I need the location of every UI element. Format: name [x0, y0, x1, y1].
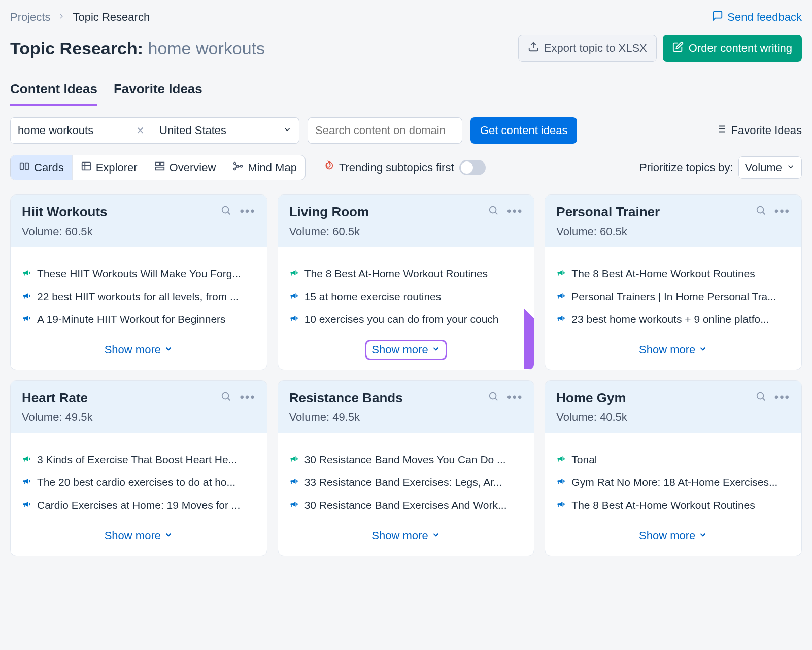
card-volume: Volume: 60.5k [556, 225, 660, 238]
svg-rect-7 [20, 163, 23, 170]
show-more-button[interactable]: Show more [99, 341, 178, 359]
domain-search-input[interactable] [308, 117, 462, 144]
megaphone-icon [556, 476, 566, 489]
cards-icon [19, 160, 30, 175]
send-feedback-link[interactable]: Send feedback [712, 10, 802, 24]
svg-line-24 [763, 212, 765, 214]
show-more-button[interactable]: Show more [99, 527, 178, 544]
show-more-button[interactable]: Show more [366, 527, 445, 544]
more-icon[interactable]: ••• [507, 204, 523, 218]
chat-icon [712, 10, 723, 24]
country-select[interactable]: United States [152, 117, 299, 144]
headline-item[interactable]: The 8 Best At-Home Workout Routines [289, 268, 523, 280]
svg-point-29 [757, 392, 763, 399]
svg-rect-8 [25, 163, 28, 170]
more-icon[interactable]: ••• [774, 390, 790, 404]
more-icon[interactable]: ••• [240, 204, 255, 218]
search-icon[interactable] [755, 391, 766, 404]
view-switch: Cards Explorer Overview Mind Map [10, 155, 306, 180]
view-mindmap[interactable]: Mind Map [224, 155, 305, 180]
headline-item[interactable]: Tonal [556, 453, 790, 466]
headline-item[interactable]: 30 Resistance Band Exercises And Work... [289, 499, 523, 512]
tab-favorite-ideas[interactable]: Favorite Ideas [114, 81, 202, 106]
svg-rect-13 [160, 162, 164, 166]
favorite-ideas-link[interactable]: Favorite Ideas [715, 123, 802, 138]
show-more-button[interactable]: Show more [366, 341, 445, 359]
headline-item[interactable]: The 8 Best At-Home Workout Routines [556, 499, 790, 512]
search-icon[interactable] [488, 205, 499, 218]
headline-item[interactable]: 15 at home exercise routines [289, 290, 523, 303]
headline-item[interactable]: 10 exercises you can do from your couch [289, 313, 523, 326]
breadcrumb-root[interactable]: Projects [10, 11, 50, 24]
order-content-button[interactable]: Order content writing [663, 35, 802, 62]
mindmap-icon [232, 160, 244, 175]
chevron-down-icon [698, 529, 707, 542]
svg-line-20 [228, 212, 230, 214]
card-volume: Volume: 40.5k [556, 411, 627, 424]
headline-item[interactable]: The 8 Best At-Home Workout Routines [556, 268, 790, 280]
headline-item[interactable]: 23 best home workouts + 9 online platfo.… [556, 313, 790, 326]
headline-item[interactable]: 33 Resistance Band Exercises: Legs, Ar..… [289, 476, 523, 489]
prioritize-label: Prioritize topics by: [639, 161, 733, 174]
headline-item[interactable]: 3 Kinds of Exercise That Boost Heart He.… [22, 453, 256, 466]
megaphone-icon [556, 268, 566, 280]
search-icon[interactable] [220, 205, 231, 218]
edit-icon [672, 41, 684, 55]
card-volume: Volume: 60.5k [289, 225, 369, 238]
upload-icon [528, 41, 539, 55]
topic-card: Personal Trainer Volume: 60.5k ••• The 8… [545, 194, 802, 370]
topic-card: Hiit Workouts Volume: 60.5k ••• These HI… [10, 194, 267, 370]
search-icon[interactable] [755, 205, 766, 218]
search-icon[interactable] [488, 391, 499, 404]
card-title: Personal Trainer [556, 204, 660, 220]
fire-icon [323, 160, 334, 175]
headline-item[interactable]: These HIIT Workouts Will Make You Forg..… [22, 268, 256, 280]
chevron-down-icon [164, 343, 173, 356]
show-more-button[interactable]: Show more [634, 527, 713, 544]
svg-rect-9 [82, 162, 90, 170]
megaphone-icon [289, 453, 299, 466]
svg-line-26 [228, 398, 230, 400]
card-title: Heart Rate [22, 390, 92, 406]
tab-content-ideas[interactable]: Content Ideas [10, 81, 97, 106]
megaphone-icon [22, 453, 32, 466]
more-icon[interactable]: ••• [240, 390, 255, 404]
headline-item[interactable]: 30 Resistance Band Moves You Can Do ... [289, 453, 523, 466]
svg-rect-18 [237, 165, 239, 167]
svg-rect-14 [155, 167, 164, 170]
headline-item[interactable]: 22 best HIIT workouts for all levels, fr… [22, 290, 256, 303]
get-content-ideas-button[interactable]: Get content ideas [470, 117, 577, 144]
headline-item[interactable]: Personal Trainers | In Home Personal Tra… [556, 290, 790, 303]
prioritize-select[interactable]: Volume [738, 156, 802, 179]
megaphone-icon [22, 476, 32, 489]
view-explorer[interactable]: Explorer [73, 155, 146, 180]
breadcrumb: Projects Topic Research [10, 11, 150, 24]
chevron-right-icon [57, 12, 65, 23]
megaphone-icon [556, 453, 566, 466]
view-cards[interactable]: Cards [11, 155, 73, 180]
trending-toggle[interactable] [459, 160, 486, 175]
headline-item[interactable]: The 20 best cardio exercises to do at ho… [22, 476, 256, 489]
svg-point-17 [241, 165, 243, 167]
headline-item[interactable]: A 19-Minute HIIT Workout for Beginners [22, 313, 256, 326]
page-title: Topic Research: home workouts [10, 39, 265, 58]
svg-line-22 [495, 212, 497, 214]
more-icon[interactable]: ••• [507, 390, 523, 404]
view-overview[interactable]: Overview [146, 155, 225, 180]
export-xlsx-button[interactable]: Export topic to XLSX [518, 35, 657, 62]
svg-point-23 [757, 206, 763, 213]
search-icon[interactable] [220, 391, 231, 404]
svg-point-25 [222, 392, 229, 399]
svg-point-21 [490, 206, 496, 213]
clear-icon[interactable]: ✕ [136, 124, 145, 137]
svg-rect-12 [155, 162, 159, 166]
card-title: Resistance Bands [289, 390, 403, 406]
chevron-down-icon [786, 161, 795, 174]
card-title: Home Gym [556, 390, 627, 406]
headline-item[interactable]: Gym Rat No More: 18 At-Home Exercises... [556, 476, 790, 489]
more-icon[interactable]: ••• [774, 204, 790, 218]
headline-item[interactable]: Cardio Exercises at Home: 19 Moves for .… [22, 499, 256, 512]
topic-input[interactable]: home workouts ✕ [10, 117, 152, 144]
svg-line-28 [495, 398, 497, 400]
show-more-button[interactable]: Show more [634, 341, 713, 359]
